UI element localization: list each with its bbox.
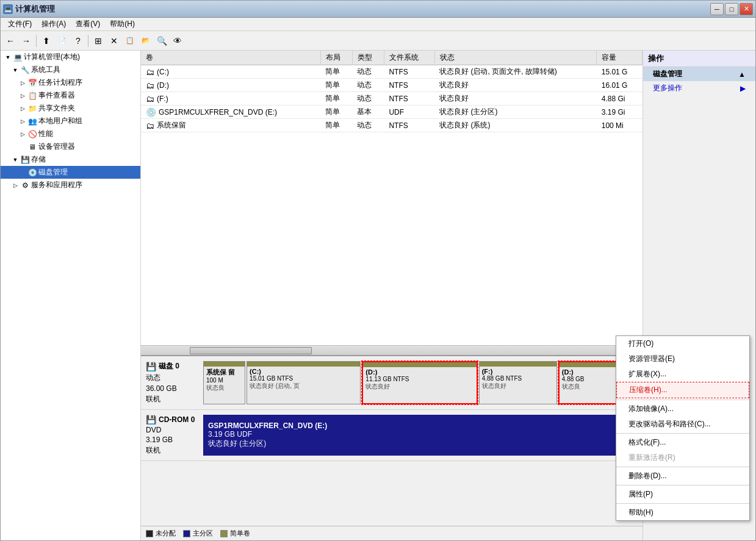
table-row[interactable]: 💿 GSP1RMCULXFRER_CN_DVD (E:) 简单基本UDF状态良好… [141,106,643,119]
devicemgr-icon: 🖥 [27,142,37,152]
cell-layout: 简单 [320,65,352,79]
partition-note: 状态良好 [482,382,554,390]
disk-table: 卷 布局 类型 文件系统 状态 容量 🗂 (C:) [141,51,643,345]
context-item[interactable]: 帮助(H) [616,505,749,520]
table-row[interactable]: 🗂 (F:) 简单动态NTFS状态良好4.88 Gi [141,92,643,106]
col-header-capacity: 容量 [597,51,643,65]
sidebar-item-devicemgr[interactable]: ▷ 🖥 设备管理器 [1,140,140,153]
cd-block[interactable]: GSP1RMCULXFRER_CN_DVD (E:) 3.19 GB UDF 状… [203,415,638,456]
context-item[interactable]: 更改驱动器号和路径(C)... [616,417,749,432]
sidebar-item-services[interactable]: ▷ ⚙ 服务和应用程序 [1,179,140,192]
sidebar-item-diskmgmt[interactable]: ▷ 💿 磁盘管理 [1,166,140,179]
taskscheduler-icon: 📅 [27,78,37,88]
sidebar-item-localusers[interactable]: ▷ 👥 本地用户和组 [1,115,140,127]
window-icon: 💻 [3,4,13,14]
back-button[interactable]: ← [3,34,18,48]
expand-icon-5[interactable]: ▷ [18,116,27,126]
sidebar-item-storage[interactable]: ▼ 💾 存储 [1,153,140,166]
performance-icon: 🚫 [27,129,37,139]
context-item[interactable]: 属性(P) [616,487,749,502]
sharedfolders-icon: 📁 [27,104,37,113]
partition-sublabel: 11.13 GB NTFS [365,376,473,382]
ops-more-actions[interactable]: 更多操作 ▶ [643,81,755,95]
expand-icon-0[interactable]: ▼ [3,52,13,62]
context-item[interactable]: 资源管理器(E) [616,351,749,367]
sidebar-item-eventviewer[interactable]: ▷ 📋 事件查看器 [1,89,140,102]
scrollbar-thumb[interactable] [190,347,312,354]
expand-icon-10[interactable]: ▷ [10,181,20,190]
disk-info: 💾 CD-ROM 0 DVD 3.19 GB 联机 [146,415,201,456]
cell-volume: 🗂 (D:) [141,79,320,92]
partition-block[interactable]: (F:)4.88 GB NTFS状态良好 [479,361,557,404]
ops-diskmgmt[interactable]: 磁盘管理 ▲ [643,67,755,81]
minimize-button[interactable]: ─ [710,3,724,15]
main-content: 卷 布局 类型 文件系统 状态 容量 🗂 (C:) [141,51,643,540]
partition-block[interactable]: (D:)11.13 GB NTFS状态良好 [362,361,477,404]
context-item[interactable]: 扩展卷(X)... [616,367,749,382]
search-button[interactable]: 🔍 [154,34,169,48]
partition-sublabel: 4.88 GB NTFS [482,375,554,382]
context-item[interactable]: 添加镜像(A)... [616,401,749,417]
show-hide-button[interactable]: 📄 [55,34,70,48]
ops-diskmgmt-label: 磁盘管理 [653,69,682,79]
cell-capacity: 3.19 Gi [597,106,643,119]
disk-status: 联机 [146,445,201,456]
disk-label: 💾 磁盘 0 [146,361,201,371]
forward-button[interactable]: → [19,34,34,48]
context-item[interactable]: 打开(O) [616,336,749,351]
cell-volume: 🗂 系统保留 [141,119,320,132]
expand-icon-3[interactable]: ▷ [18,91,27,101]
legend-label-unallocated: 未分配 [156,529,176,538]
help-button[interactable]: ? [71,34,85,48]
sidebar-item-computer[interactable]: ▼ 💻 计算机管理(本地) [1,51,140,63]
context-item[interactable]: 压缩卷(H)... [616,382,749,398]
menu-action[interactable]: 操作(A) [37,18,71,30]
disk-size: 36.00 GB [146,384,201,393]
menu-help[interactable]: 帮助(H) [105,18,140,30]
context-sep [616,467,749,467]
table-row[interactable]: 🗂 系统保留 简单动态NTFS状态良好 (系统)100 Mi [141,119,643,132]
partition-block[interactable]: 系统保 留100 M状态良 [203,361,245,404]
toolbar: ← → ⬆ 📄 ? ⊞ ✕ 📋 📂 🔍 👁 [1,31,755,51]
menu-file[interactable]: 文件(F) [3,18,37,30]
storage-icon: 💾 [20,155,30,165]
expand-icon-6[interactable]: ▷ [18,129,27,139]
partition-label: (C:) [250,368,358,375]
partition-block[interactable]: (C:)15.01 GB NTFS状态良好 (启动, 页 [247,361,361,404]
grid-button[interactable]: ⊞ [91,34,106,48]
ops-header: 操作 [643,51,755,67]
close-button[interactable]: ✕ [740,3,753,15]
cell-volume: 🗂 (F:) [141,92,320,106]
expand-icon-1[interactable]: ▼ [10,65,20,75]
up-button[interactable]: ⬆ [39,34,54,48]
folder-button[interactable]: 📂 [139,34,153,48]
cell-fs: NTFS [384,79,434,92]
cell-layout: 简单 [320,119,352,132]
expand-icon-8[interactable]: ▼ [10,155,20,165]
sidebar-item-taskscheduler[interactable]: ▷ 📅 任务计划程序 [1,76,140,89]
expand-icon-2[interactable]: ▷ [18,78,27,88]
sidebar-item-systemtools[interactable]: ▼ 🔧 系统工具 [1,63,140,76]
cell-capacity: 15.01 G [597,65,643,79]
cell-capacity: 4.88 Gi [597,92,643,106]
view-button[interactable]: 👁 [170,34,185,48]
delete-button[interactable]: ✕ [107,34,121,48]
context-item[interactable]: 格式化(F)... [616,435,749,450]
copy-button[interactable]: 📋 [123,34,137,48]
table-row[interactable]: 🗂 (D:) 简单动态NTFS状态良好16.01 G [141,79,643,92]
partition-sublabel: 100 M [206,377,242,384]
menu-view[interactable]: 查看(V) [71,18,105,30]
table-hscrollbar[interactable] [141,345,643,355]
cell-capacity: 16.01 G [597,79,643,92]
table-row[interactable]: 🗂 (C:) 简单动态NTFS状态良好 (启动, 页面文件, 故障转储)15.0… [141,65,643,79]
col-header-layout: 布局 [320,51,352,65]
disk-partitions: 系统保 留100 M状态良(C:)15.01 GB NTFS状态良好 (启动, … [203,361,638,404]
maximize-button[interactable]: □ [725,3,738,15]
disk-visual-area: 💾 磁盘 0 动态 36.00 GB 联机 系统保 留100 M状态良(C:)1… [141,355,643,526]
sidebar-item-sharedfolders[interactable]: ▷ 📁 共享文件夹 [1,102,140,115]
context-item[interactable]: 删除卷(D)... [616,468,749,484]
disk-status: 联机 [146,394,201,404]
sidebar-item-performance[interactable]: ▷ 🚫 性能 [1,127,140,140]
disk-type: DVD [146,426,201,434]
expand-icon-4[interactable]: ▷ [18,104,27,113]
